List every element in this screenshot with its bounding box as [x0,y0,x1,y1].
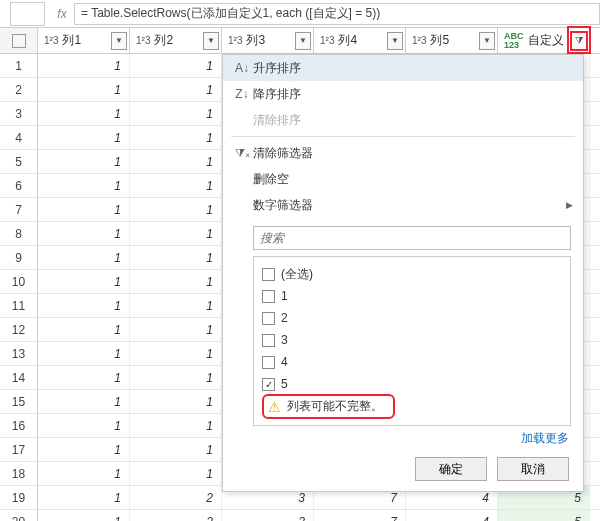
cell[interactable]: 1 [130,246,222,269]
row-number[interactable]: 3 [0,102,38,125]
cell[interactable]: 1 [38,270,130,293]
filter-search-input[interactable] [253,226,571,250]
column-filter-button[interactable]: ▼ [111,32,127,50]
cell[interactable]: 1 [130,438,222,461]
column-filter-button[interactable]: ▼ [479,32,495,50]
cell[interactable]: 1 [38,342,130,365]
cell[interactable]: 1 [38,126,130,149]
cell[interactable]: 1 [38,54,130,77]
clear-filter-icon: ⧩ₓ [231,146,253,160]
column-header-4[interactable]: 1²3 列4 ▼ [314,28,406,53]
cancel-button[interactable]: 取消 [497,457,569,481]
cell[interactable]: 1 [130,222,222,245]
cell[interactable]: 1 [130,174,222,197]
cell[interactable]: 3 [222,510,314,521]
cell[interactable]: 1 [130,78,222,101]
clear-filter-item[interactable]: ⧩ₓ 清除筛选器 [223,140,583,166]
row-number[interactable]: 12 [0,318,38,341]
cell[interactable]: 4 [406,510,498,521]
column-header-3[interactable]: 1²3 列3 ▼ [222,28,314,53]
cell[interactable]: 1 [38,294,130,317]
checkbox-label: 1 [281,289,288,303]
row-number[interactable]: 15 [0,390,38,413]
cell[interactable]: 1 [38,78,130,101]
cell[interactable]: 1 [38,150,130,173]
cell[interactable]: 1 [38,486,130,509]
formula-input[interactable] [74,3,600,25]
filter-option[interactable]: 1 [262,285,562,307]
column-label: 自定义 [528,32,572,49]
cell[interactable]: 1 [130,102,222,125]
row-number[interactable]: 16 [0,414,38,437]
remove-empty-item[interactable]: 删除空 [223,166,583,192]
row-number[interactable]: 13 [0,342,38,365]
row-number[interactable]: 6 [0,174,38,197]
cell[interactable]: 1 [38,462,130,485]
cell[interactable]: 1 [38,246,130,269]
row-number[interactable]: 20 [0,510,38,521]
cell[interactable]: 1 [38,222,130,245]
cell[interactable]: 1 [38,438,130,461]
row-number[interactable]: 4 [0,126,38,149]
row-number[interactable]: 2 [0,78,38,101]
row-number[interactable]: 11 [0,294,38,317]
cell[interactable]: 1 [130,150,222,173]
cell[interactable]: 1 [38,198,130,221]
ok-button[interactable]: 确定 [415,457,487,481]
cell[interactable]: 1 [130,198,222,221]
cell[interactable]: 1 [130,462,222,485]
row-number[interactable]: 1 [0,54,38,77]
cell[interactable]: 1 [130,54,222,77]
row-number[interactable]: 14 [0,366,38,389]
cell[interactable]: 1 [130,270,222,293]
row-number[interactable]: 5 [0,150,38,173]
column-filter-button[interactable]: ▼ [387,32,403,50]
cell[interactable]: 1 [130,366,222,389]
filter-option[interactable]: 4 [262,351,562,373]
cell[interactable]: 1 [38,174,130,197]
cell[interactable]: 1 [130,414,222,437]
row-number[interactable]: 10 [0,270,38,293]
column-header-custom[interactable]: ABC123 自定义 ⧩ [498,28,590,53]
formula-dropdown[interactable] [10,2,45,26]
cell[interactable]: 1 [38,318,130,341]
cell[interactable]: 5 [498,510,590,521]
row-number[interactable]: 18 [0,462,38,485]
filter-option[interactable]: 5 [262,373,562,395]
cell[interactable]: 1 [38,390,130,413]
cell[interactable]: 2 [130,486,222,509]
number-type-icon: 1²3 [44,35,58,46]
column-header-1[interactable]: 1²3 列1 ▼ [38,28,130,53]
filter-option[interactable]: 3 [262,329,562,351]
row-number[interactable]: 9 [0,246,38,269]
column-header-2[interactable]: 1²3 列2 ▼ [130,28,222,53]
cell[interactable]: 1 [38,366,130,389]
column-filter-button[interactable]: ▼ [295,32,311,50]
cell[interactable]: 7 [314,510,406,521]
cell[interactable]: 2 [130,510,222,521]
row-number[interactable]: 19 [0,486,38,509]
cell[interactable]: 1 [38,102,130,125]
number-filters-item[interactable]: 数字筛选器 ▶ [223,192,583,218]
cell[interactable]: 1 [130,294,222,317]
cell[interactable]: 1 [130,342,222,365]
cell[interactable]: 1 [130,318,222,341]
sort-asc-item[interactable]: A↓ 升序排序 [223,55,583,81]
cell[interactable]: 1 [130,126,222,149]
select-all-corner[interactable] [0,28,38,53]
column-filter-button[interactable]: ▼ [203,32,219,50]
column-header-5[interactable]: 1²3 列5 ▼ [406,28,498,53]
row-number[interactable]: 8 [0,222,38,245]
sort-desc-item[interactable]: Z↓ 降序排序 [223,81,583,107]
cell[interactable]: 1 [38,510,130,521]
load-more-link[interactable]: 加载更多 [223,430,569,447]
warning-text: 列表可能不完整。 [287,398,383,415]
cell[interactable]: 1 [38,414,130,437]
table-row[interactable]: 20123745 [0,510,600,521]
select-all-checkbox[interactable]: (全选) [262,263,562,285]
filter-option[interactable]: 2 [262,307,562,329]
row-number[interactable]: 17 [0,438,38,461]
row-number[interactable]: 7 [0,198,38,221]
column-filter-button-active[interactable]: ⧩ [571,32,587,50]
cell[interactable]: 1 [130,390,222,413]
